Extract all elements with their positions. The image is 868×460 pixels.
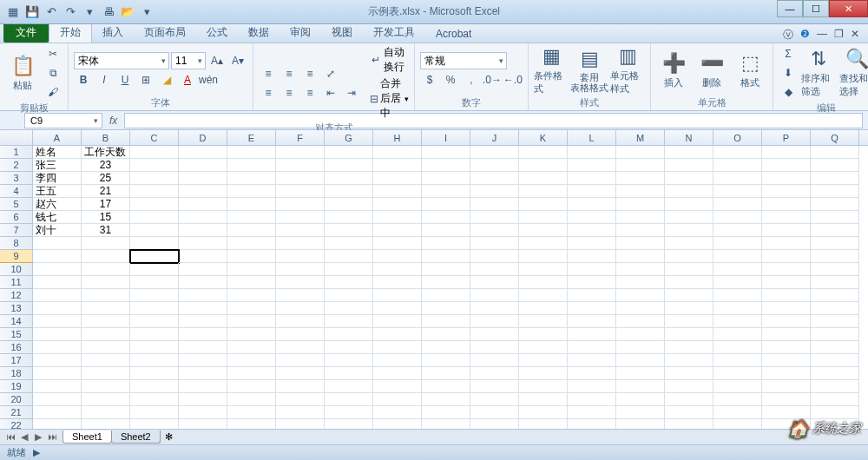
cell-P17[interactable] xyxy=(762,354,811,367)
row-header-8[interactable]: 8 xyxy=(0,237,33,250)
cell-E21[interactable] xyxy=(227,406,276,419)
cell-L2[interactable] xyxy=(568,159,616,172)
cell-A14[interactable] xyxy=(33,315,82,328)
cell-E20[interactable] xyxy=(227,393,276,406)
tab-view[interactable]: 视图 xyxy=(321,23,363,43)
cell-N3[interactable] xyxy=(665,172,713,185)
cell-G8[interactable] xyxy=(325,237,373,250)
cell-N18[interactable] xyxy=(665,367,713,380)
cell-M19[interactable] xyxy=(616,380,665,393)
cell-K7[interactable] xyxy=(519,224,568,237)
merge-center-button[interactable]: ⊟合并后居中▾ xyxy=(370,76,409,121)
cell-E8[interactable] xyxy=(227,237,276,250)
column-header-D[interactable]: D xyxy=(179,130,227,145)
cell-I14[interactable] xyxy=(422,315,470,328)
cell-I19[interactable] xyxy=(422,380,470,393)
cell-J7[interactable] xyxy=(470,224,519,237)
cell-G13[interactable] xyxy=(325,302,373,315)
cell-F18[interactable] xyxy=(276,367,325,380)
cut-icon[interactable]: ✂ xyxy=(43,45,62,62)
cell-J18[interactable] xyxy=(470,367,519,380)
cell-A20[interactable] xyxy=(33,393,82,406)
cell-O17[interactable] xyxy=(713,354,762,367)
cell-H19[interactable] xyxy=(373,380,422,393)
cell-H17[interactable] xyxy=(373,354,422,367)
cell-L15[interactable] xyxy=(568,328,616,341)
cell-J5[interactable] xyxy=(470,198,519,211)
cell-P11[interactable] xyxy=(762,276,811,289)
cell-J12[interactable] xyxy=(470,289,519,302)
cell-M20[interactable] xyxy=(616,393,665,406)
cell-H5[interactable] xyxy=(373,198,422,211)
cell-P21[interactable] xyxy=(762,406,811,419)
row-header-5[interactable]: 5 xyxy=(0,198,33,211)
fill-icon[interactable]: ⬇ xyxy=(779,64,798,82)
cell-F15[interactable] xyxy=(276,328,325,341)
cell-F13[interactable] xyxy=(276,302,325,315)
cell-G21[interactable] xyxy=(325,406,373,419)
cell-N15[interactable] xyxy=(665,328,713,341)
row-header-13[interactable]: 13 xyxy=(0,302,33,315)
cell-I11[interactable] xyxy=(422,276,470,289)
cell-D15[interactable] xyxy=(179,328,227,341)
cell-A21[interactable] xyxy=(33,406,82,419)
cell-F1[interactable] xyxy=(276,146,325,159)
cell-A12[interactable] xyxy=(33,289,82,302)
cell-D9[interactable] xyxy=(179,250,227,263)
cell-I15[interactable] xyxy=(422,328,470,341)
cell-O7[interactable] xyxy=(713,224,762,237)
cell-A11[interactable] xyxy=(33,276,82,289)
cell-Q13[interactable] xyxy=(811,302,859,315)
cell-J4[interactable] xyxy=(470,185,519,198)
cell-H7[interactable] xyxy=(373,224,422,237)
tab-acrobat[interactable]: Acrobat xyxy=(425,25,482,43)
cell-F19[interactable] xyxy=(276,380,325,393)
find-select-button[interactable]: 🔍查找和选择 xyxy=(839,48,868,98)
row-header-6[interactable]: 6 xyxy=(0,211,33,224)
qat-print-icon[interactable]: 🖶 xyxy=(101,4,116,20)
cell-L4[interactable] xyxy=(568,185,616,198)
window-min-icon[interactable]: — xyxy=(817,28,827,43)
cell-M16[interactable] xyxy=(616,341,665,354)
cell-K20[interactable] xyxy=(519,393,568,406)
cell-L16[interactable] xyxy=(568,341,616,354)
cell-I10[interactable] xyxy=(422,263,470,276)
cell-E14[interactable] xyxy=(227,315,276,328)
cell-Q5[interactable] xyxy=(811,198,859,211)
cell-O19[interactable] xyxy=(713,380,762,393)
cell-B11[interactable] xyxy=(82,276,130,289)
cell-M21[interactable] xyxy=(616,406,665,419)
tab-review[interactable]: 审阅 xyxy=(279,23,321,43)
row-header-7[interactable]: 7 xyxy=(0,224,33,237)
save-icon[interactable]: 💾 xyxy=(24,4,40,20)
cell-M5[interactable] xyxy=(616,198,665,211)
cell-L1[interactable] xyxy=(568,146,616,159)
cell-L10[interactable] xyxy=(568,263,616,276)
font-name-combo[interactable]: 宋体 xyxy=(74,52,169,69)
cell-E18[interactable] xyxy=(227,367,276,380)
italic-button[interactable]: I xyxy=(95,71,114,89)
cond-format-button[interactable]: ▦条件格式 xyxy=(534,45,569,95)
cell-B2[interactable]: 23 xyxy=(82,159,130,172)
cell-A2[interactable]: 张三 xyxy=(33,159,82,172)
cell-P2[interactable] xyxy=(762,159,811,172)
cell-O4[interactable] xyxy=(713,185,762,198)
cell-E11[interactable] xyxy=(227,276,276,289)
sheet-first-icon[interactable]: ⏮ xyxy=(3,431,17,443)
format-painter-icon[interactable]: 🖌 xyxy=(43,83,62,101)
cell-K18[interactable] xyxy=(519,367,568,380)
cell-C13[interactable] xyxy=(130,302,179,315)
sheet-last-icon[interactable]: ⏭ xyxy=(45,431,59,443)
cell-A18[interactable] xyxy=(33,367,82,380)
cell-F11[interactable] xyxy=(276,276,325,289)
cell-K8[interactable] xyxy=(519,237,568,250)
cell-B13[interactable] xyxy=(82,302,130,315)
align-top-icon[interactable]: ≡ xyxy=(259,65,278,82)
column-header-I[interactable]: I xyxy=(422,130,470,145)
row-header-17[interactable]: 17 xyxy=(0,354,33,367)
cell-H21[interactable] xyxy=(373,406,422,419)
align-bottom-icon[interactable]: ≡ xyxy=(300,65,319,82)
orientation-icon[interactable]: ⤢ xyxy=(321,65,340,82)
cell-O14[interactable] xyxy=(713,315,762,328)
cell-K6[interactable] xyxy=(519,211,568,224)
